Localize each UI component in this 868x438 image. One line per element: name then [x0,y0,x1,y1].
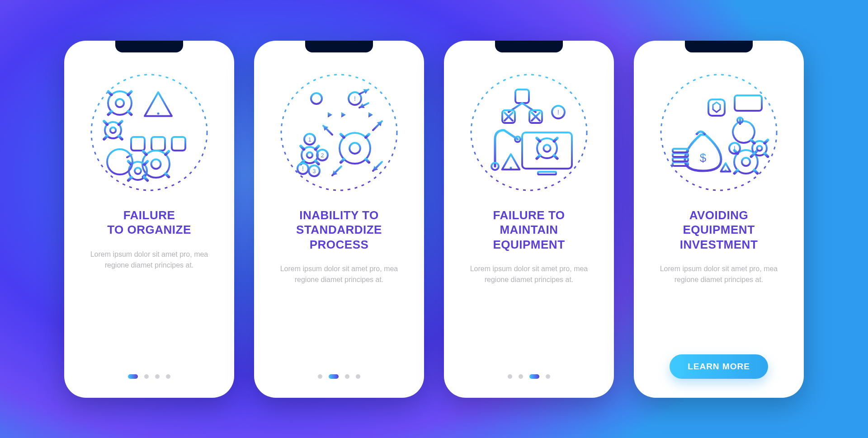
svg-line-70 [341,134,344,137]
svg-line-46 [128,161,132,164]
svg-line-6 [108,111,112,114]
svg-rect-110 [538,172,556,174]
pagination-dot-2[interactable] [144,374,149,379]
svg-point-22 [157,112,160,114]
svg-point-84 [307,152,313,158]
svg-point-12 [110,127,116,133]
svg-point-146 [757,146,762,151]
pagination-dots [128,374,170,379]
svg-line-32 [165,174,169,177]
svg-line-16 [104,136,107,139]
svg-line-72 [366,134,369,137]
svg-line-66 [366,159,369,162]
phones-row: FAILURE TO ORGANIZELorem ipsum dolor sit… [64,41,804,398]
investment-icon: $ ! [658,71,780,193]
svg-line-140 [735,170,738,173]
svg-rect-25 [151,137,165,151]
pagination-dot-2[interactable] [329,374,339,379]
svg-point-53 [311,93,322,104]
svg-line-150 [751,153,755,156]
svg-line-48 [144,161,147,164]
svg-line-116 [537,155,540,158]
svg-text:$: $ [700,151,707,165]
svg-point-112 [543,145,550,151]
screen-description: Lorem ipsum dolor sit amet pro, mea regi… [466,264,592,285]
pagination-dots [318,374,360,379]
pagination-dot-1[interactable] [508,374,512,379]
screen-title: FAILURE TO MAINTAIN EQUIPMENT [493,208,565,252]
pagination-dot-3[interactable] [345,374,349,379]
svg-line-114 [554,155,557,158]
phone-notch [495,41,563,52]
svg-line-4 [128,111,131,114]
svg-line-92 [316,146,319,149]
phone-screen-avoiding-investment: $ ! AVOIDING EQUIPMENT INVESTMENTLorem i… [634,41,804,398]
screen-title: INABILITY TO STANDARDIZE PROCESS [296,208,382,252]
pagination-dot-1[interactable] [128,374,138,379]
svg-line-14 [119,136,122,139]
svg-point-136 [742,157,750,165]
maintain-icon: ! [468,71,590,193]
svg-point-158 [725,170,727,172]
svg-line-154 [764,140,768,143]
phone-notch [305,41,373,52]
phone-screen-inability-to-standardize: ! 1 2 3 ! INABILITY TO STANDARDIZE PROCE… [254,41,424,398]
svg-text:3: 3 [313,168,316,174]
svg-line-120 [554,138,557,141]
organize-icon [88,71,210,193]
svg-line-148 [764,153,768,156]
standardize-icon: ! 1 2 3 ! [278,71,400,193]
svg-line-10 [128,91,131,94]
svg-point-30 [151,159,161,169]
svg-line-8 [108,91,112,94]
pagination-dot-4[interactable] [546,374,550,379]
screen-description: Lorem ipsum dolor sit amet pro, mea regi… [86,249,212,271]
svg-line-68 [341,159,344,162]
svg-text:!: ! [734,145,736,152]
svg-line-20 [119,121,122,124]
svg-line-152 [751,140,755,143]
svg-rect-96 [515,89,529,103]
phone-screen-failure-to-organize: FAILURE TO ORGANIZELorem ipsum dolor sit… [64,41,234,398]
svg-line-36 [143,151,146,154]
svg-point-64 [349,143,360,154]
pagination-dot-1[interactable] [318,374,322,379]
svg-line-42 [144,177,147,180]
svg-line-44 [128,177,132,180]
svg-point-2 [116,99,124,107]
pagination-dot-2[interactable] [519,374,523,379]
svg-point-40 [135,168,141,174]
phone-screen-failure-to-maintain: ! FAILURE TO MAINTAIN EQUIPMENTLorem ips… [444,41,614,398]
pagination-dot-4[interactable] [166,374,170,379]
svg-text:!: ! [354,95,356,102]
pagination-dot-3[interactable] [529,374,539,379]
svg-line-138 [754,170,757,173]
phone-notch [115,41,183,52]
svg-line-86 [316,160,319,164]
svg-line-118 [537,138,540,141]
svg-text:!: ! [302,165,304,172]
pagination-dot-4[interactable] [356,374,360,379]
phone-notch [685,41,753,52]
svg-text:!: ! [557,108,559,116]
svg-line-18 [104,121,107,124]
svg-rect-134 [673,149,688,152]
pagination-dots [508,374,550,379]
svg-line-38 [165,151,169,154]
svg-rect-26 [172,137,185,151]
svg-rect-126 [735,95,762,111]
svg-rect-24 [131,137,145,151]
screen-description: Lorem ipsum dolor sit amet pro, mea regi… [656,264,782,285]
svg-point-124 [510,166,512,169]
pagination-dot-3[interactable] [155,374,160,379]
screen-description: Lorem ipsum dolor sit amet pro, mea regi… [276,264,402,285]
svg-line-90 [301,146,304,149]
svg-point-125 [661,75,777,190]
screen-title: AVOIDING EQUIPMENT INVESTMENT [680,208,758,252]
learn-more-button[interactable]: LEARN MORE [670,354,768,379]
screen-title: FAILURE TO ORGANIZE [107,208,191,237]
